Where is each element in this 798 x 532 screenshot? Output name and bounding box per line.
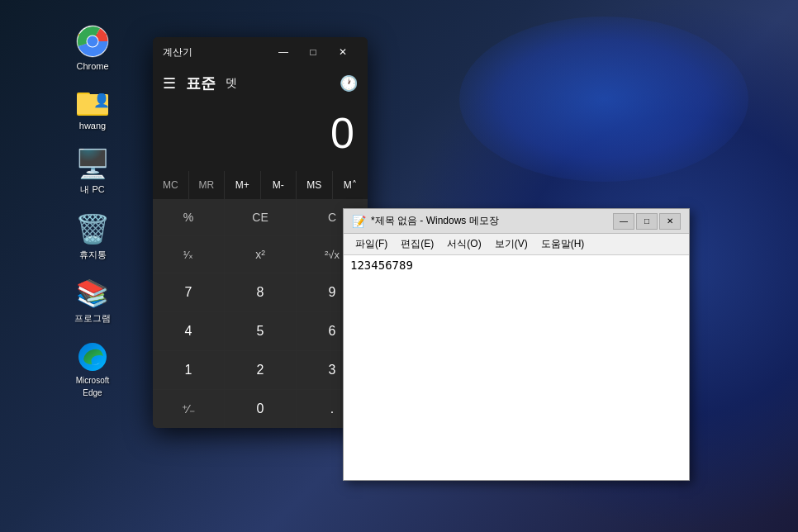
notepad-menu-format[interactable]: 서식(O): [442, 235, 486, 253]
calc-mc-button[interactable]: MC: [153, 171, 188, 199]
notepad-maximize-button[interactable]: □: [636, 213, 658, 230]
hwang-icon-item[interactable]: 👤 hwang: [75, 88, 110, 131]
calc-header: ☰ 표준 뎃 🕐: [153, 67, 368, 100]
notepad-menu-view[interactable]: 보기(V): [490, 235, 533, 253]
programs-icon: 📚: [76, 278, 109, 309]
calc-negate-button[interactable]: ⁺⁄₋: [153, 390, 224, 428]
notepad-minimize-button[interactable]: —: [613, 213, 634, 230]
calc-4-button[interactable]: 4: [153, 312, 224, 350]
calc-ms-button[interactable]: MS: [297, 171, 332, 199]
calc-5-button[interactable]: 5: [225, 312, 296, 350]
desktop-icons: Chrome 👤 hwang 🖥️ 내 PC 🗑️ 휴지통: [74, 25, 111, 397]
my-pc-label: 내 PC: [80, 183, 104, 196]
calc-title-buttons: — □ ✕: [268, 40, 358, 64]
desktop: Chrome 👤 hwang 🖥️ 내 PC 🗑️ 휴지통: [0, 0, 798, 532]
calc-mode-sub: 뎃: [226, 76, 237, 91]
my-pc-icon-item[interactable]: 🖥️ 내 PC: [75, 147, 110, 196]
calc-square-button[interactable]: x²: [225, 236, 296, 273]
edge-label: Microsoft: [76, 376, 110, 385]
notepad-menu-help[interactable]: 도움말(H): [536, 235, 590, 253]
notepad-menu-file[interactable]: 파일(F): [350, 235, 392, 253]
notepad-title-text: *제목 없음 - Windows 메모장: [371, 214, 499, 228]
calc-titlebar: 계산기 — □ ✕: [153, 37, 368, 67]
edge-icon: [77, 341, 108, 373]
calc-mopen-button[interactable]: M˄: [333, 171, 368, 199]
notepad-window: 📝 *제목 없음 - Windows 메모장 — □ ✕ 파일(F) 편집(E)…: [343, 208, 690, 481]
chrome-icon: [76, 25, 109, 58]
calc-title: 계산기: [163, 45, 192, 59]
notepad-menubar: 파일(F) 편집(E) 서식(O) 보기(V) 도움말(H): [344, 234, 689, 255]
calc-0-button[interactable]: 0: [225, 390, 296, 428]
notepad-text: 123456789: [350, 259, 413, 272]
calc-mminus-button[interactable]: M-: [261, 171, 297, 199]
svg-point-4: [88, 36, 98, 47]
calc-close-button[interactable]: ✕: [328, 40, 358, 64]
notepad-content[interactable]: 123456789: [344, 255, 689, 480]
calc-hamburger-button[interactable]: ☰: [163, 74, 176, 93]
calc-display-value: 0: [330, 108, 354, 158]
notepad-titlebar: 📝 *제목 없음 - Windows 메모장 — □ ✕: [344, 209, 689, 234]
calc-ce-button[interactable]: CE: [225, 199, 296, 235]
calc-8-button[interactable]: 8: [225, 273, 296, 311]
notepad-icon: 📝: [352, 215, 366, 228]
hwang-label: hwang: [79, 121, 106, 131]
chrome-icon-item[interactable]: Chrome: [76, 25, 109, 71]
edge-icon-item[interactable]: Microsoft Edge: [76, 341, 110, 397]
calc-display: 0: [153, 100, 368, 171]
chrome-label: Chrome: [76, 61, 108, 71]
calc-mode-title: 표준: [186, 74, 216, 93]
bg-shape2: [459, 17, 748, 182]
notepad-close-button[interactable]: ✕: [659, 213, 681, 230]
calc-reciprocal-button[interactable]: ¹⁄ₓ: [153, 236, 224, 273]
calc-minimize-button[interactable]: —: [268, 40, 298, 64]
calc-1-button[interactable]: 1: [153, 351, 224, 389]
recycle-icon: 🗑️: [75, 212, 110, 245]
notepad-title-left: 📝 *제목 없음 - Windows 메모장: [352, 214, 499, 228]
calculator-window: 계산기 — □ ✕ ☰ 표준 뎃 🕐 0 MC MR M+ M- MS M˄: [153, 37, 368, 428]
edge-label2: Edge: [83, 388, 102, 397]
recycle-label: 휴지통: [79, 249, 107, 261]
calc-percent-button[interactable]: %: [153, 199, 224, 235]
calc-2-button[interactable]: 2: [225, 351, 296, 389]
recycle-icon-item[interactable]: 🗑️ 휴지통: [75, 212, 110, 261]
calc-maximize-button[interactable]: □: [298, 40, 328, 64]
programs-label: 프로그램: [74, 312, 111, 325]
notepad-menu-edit[interactable]: 편집(E): [396, 235, 439, 253]
my-pc-icon: 🖥️: [75, 147, 110, 180]
calc-7-button[interactable]: 7: [153, 273, 224, 311]
calc-memory-row: MC MR M+ M- MS M˄: [153, 171, 368, 199]
programs-icon-item[interactable]: 📚 프로그램: [74, 278, 111, 325]
calc-mr-button[interactable]: MR: [189, 171, 225, 199]
calc-mplus-button[interactable]: M+: [225, 171, 260, 199]
calc-buttons: % CE C ¹⁄ₓ x² ²√x 7 8 9 4 5 6 1 2 3 ⁺⁄₋ …: [153, 199, 368, 428]
calc-history-button[interactable]: 🕐: [340, 74, 358, 93]
notepad-title-buttons: — □ ✕: [613, 213, 681, 230]
